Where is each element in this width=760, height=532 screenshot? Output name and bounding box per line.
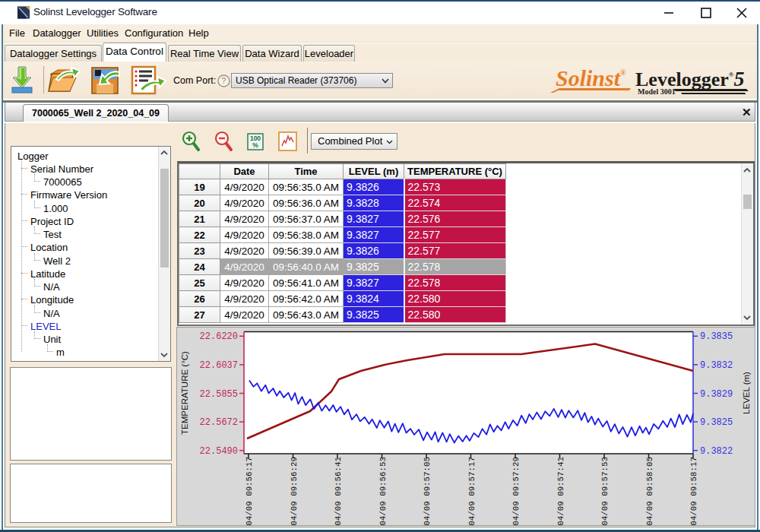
svg-text:04/09 09:57:29: 04/09 09:57:29 — [511, 457, 521, 525]
svg-text:9.3829: 9.3829 — [700, 389, 733, 400]
svg-text:9.3822: 9.3822 — [700, 446, 733, 457]
svg-text:04/09 09:57:17: 04/09 09:57:17 — [467, 457, 477, 525]
svg-text:9.3832: 9.3832 — [700, 360, 733, 371]
svg-text:04/09 09:57:05: 04/09 09:57:05 — [423, 457, 432, 525]
svg-text:04/09 09:56:41: 04/09 09:56:41 — [334, 457, 343, 525]
svg-text:04/09 09:57:41: 04/09 09:57:41 — [556, 457, 565, 525]
svg-text:9.3825: 9.3825 — [700, 417, 733, 428]
svg-text:04/09 09:57:53: 04/09 09:57:53 — [600, 457, 610, 525]
svg-text:9.3835: 9.3835 — [700, 331, 733, 342]
svg-text:22.6037: 22.6037 — [200, 360, 238, 371]
svg-text:04/09 09:56:53: 04/09 09:56:53 — [378, 457, 388, 525]
svg-text:22.5855: 22.5855 — [200, 389, 238, 400]
svg-text:04/09 09:56:17: 04/09 09:56:17 — [245, 457, 254, 525]
svg-text:04/09 09:58:17: 04/09 09:58:17 — [689, 457, 698, 525]
svg-text:?: ? — [222, 77, 226, 85]
svg-text:04/09 09:56:29: 04/09 09:56:29 — [290, 457, 299, 525]
svg-text:22.6220: 22.6220 — [200, 331, 238, 342]
svg-text:04/09 09:58:05: 04/09 09:58:05 — [645, 457, 654, 525]
svg-text:22.5490: 22.5490 — [200, 446, 238, 457]
svg-text:22.5672: 22.5672 — [200, 417, 238, 428]
svg-text:TEMPERATURE (°C): TEMPERATURE (°C) — [180, 351, 189, 435]
svg-text:LEVEL (m): LEVEL (m) — [742, 372, 751, 414]
svg-text:%: % — [252, 141, 258, 149]
